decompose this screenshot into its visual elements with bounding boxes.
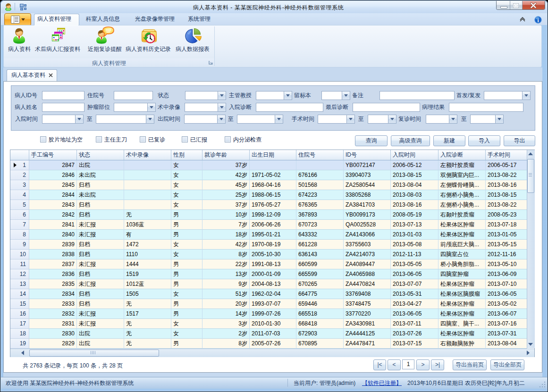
svg-text:i: i <box>537 17 539 23</box>
